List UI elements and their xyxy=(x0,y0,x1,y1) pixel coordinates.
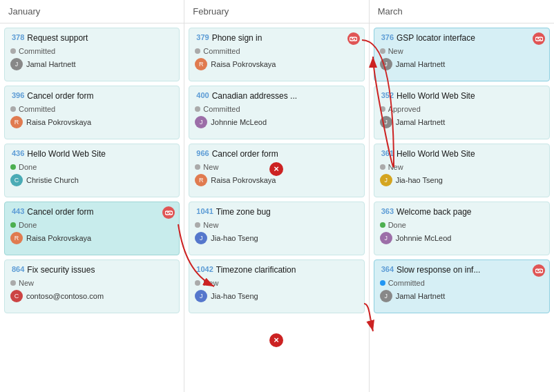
avatar: R xyxy=(10,116,23,128)
card[interactable]: 378 Request supportCommittedJJamal Hartn… xyxy=(4,28,180,81)
avatar: J xyxy=(10,58,23,70)
status-dot xyxy=(380,222,385,228)
card-status-row: New xyxy=(195,221,358,229)
month-col-march: March 376 GSP locator interfaceNewJJamal… xyxy=(370,0,554,392)
avatar: J xyxy=(380,290,392,302)
card-id-icon: 966 xyxy=(195,149,209,157)
status-dot xyxy=(10,48,16,54)
card-assignee-row: JJamal Hartnett xyxy=(10,58,173,70)
card-assignee-row: RRaisa Pokrovskaya xyxy=(10,232,173,244)
link-icon[interactable] xyxy=(347,32,360,45)
avatar: J xyxy=(380,58,392,70)
card-status-row: Done xyxy=(10,163,173,171)
card-title-row: 400 Canadian addresses ... xyxy=(195,91,358,102)
card[interactable]: 379 Phone sign inCommittedRRaisa Pokrovs… xyxy=(189,28,364,81)
card-status-row: Committed xyxy=(195,105,358,113)
month-col-february: February 379 Phone sign inCommittedRRais… xyxy=(184,0,369,392)
card-title: Fix security issues xyxy=(27,265,95,276)
card-id-icon: 1041 xyxy=(195,207,213,215)
card-id-icon: 379 xyxy=(195,33,209,41)
card-id-icon: 1042 xyxy=(195,265,213,273)
card-title: Cancel order form xyxy=(27,91,93,102)
card-title-row: 1042 Timezone clarification xyxy=(195,265,358,276)
card-status-row: Committed xyxy=(380,279,544,287)
month-cards-march: 376 GSP locator interfaceNewJJamal Hartn… xyxy=(370,23,554,392)
card-assignee-row: RRaisa Pokrovskaya xyxy=(10,116,173,128)
card-title-row: 378 Request support xyxy=(10,33,173,44)
card-assignee-row: JJamal Hartnett xyxy=(380,290,544,302)
month-col-january: January 378 Request supportCommittedJJam… xyxy=(0,0,184,392)
avatar: J xyxy=(195,232,207,244)
card[interactable]: 400 Canadian addresses ...CommittedJJohn… xyxy=(189,86,364,139)
card-id-icon: 864 xyxy=(10,265,24,273)
card[interactable]: 443 Cancel order formDoneRRaisa Pokrovsk… xyxy=(4,202,180,255)
card-status-row: Done xyxy=(380,221,544,229)
status-text: New xyxy=(388,47,403,55)
avatar: J xyxy=(195,290,207,302)
card-title-row: 436 Hello World Web Site xyxy=(10,149,173,160)
card-title: Phone sign in xyxy=(212,33,262,44)
month-header-february: February xyxy=(184,0,368,23)
card-assignee-row: JJohnnie McLeod xyxy=(195,116,358,128)
card-id-icon: 378 xyxy=(10,33,24,41)
assignee-name: Jamal Hartnett xyxy=(396,118,446,126)
card-id-icon: 376 xyxy=(380,33,394,41)
card[interactable]: 376 GSP locator interfaceNewJJamal Hartn… xyxy=(374,28,550,81)
card-id-icon: 361 xyxy=(380,149,394,157)
status-text: New xyxy=(388,163,403,171)
month-header-january: January xyxy=(0,0,184,23)
status-text: Committed xyxy=(203,105,240,113)
card-title-row: 364 Slow response on inf... xyxy=(380,265,544,276)
card-status-row: New xyxy=(380,47,544,55)
card-assignee-row: JJia-hao Tseng xyxy=(195,290,358,302)
status-text: New xyxy=(203,279,218,287)
card[interactable]: 436 Hello World Web SiteDoneCChristie Ch… xyxy=(4,144,180,197)
card-assignee-row: RRaisa Pokrovskaya xyxy=(195,58,358,70)
card-title: Request support xyxy=(27,33,88,44)
avatar: C xyxy=(10,174,23,186)
card-assignee-row: Ccontoso@contoso.com xyxy=(10,290,173,302)
month-cards-january: 378 Request supportCommittedJJamal Hartn… xyxy=(0,23,184,392)
card-id-icon: 352 xyxy=(380,91,394,99)
card-assignee-row: JJohnnie McLeod xyxy=(380,232,544,244)
assignee-name: contoso@contoso.com xyxy=(26,292,104,300)
status-dot xyxy=(380,48,385,54)
card[interactable]: 361 Hello World Web SiteNewJJia-hao Tsen… xyxy=(374,144,550,197)
card[interactable]: 396 Cancel order formCommittedRRaisa Pok… xyxy=(4,86,180,139)
card-title-row: 864 Fix security issues xyxy=(10,265,173,276)
card-title: Hello World Web Site xyxy=(397,91,475,102)
assignee-name: Johnnie McLeod xyxy=(396,234,452,242)
assignee-name: Raisa Pokrovskaya xyxy=(26,118,91,126)
card[interactable]: 364 Slow response on inf...CommittedJJam… xyxy=(374,259,550,313)
card-title: Timezone clarification xyxy=(216,265,296,276)
card[interactable]: 864 Fix security issuesNewCcontoso@conto… xyxy=(4,259,180,313)
status-dot xyxy=(380,106,385,112)
avatar: C xyxy=(10,290,23,302)
status-dot xyxy=(380,164,385,170)
card[interactable]: 1042 Timezone clarificationNewJJia-hao T… xyxy=(189,259,364,313)
card[interactable]: 966 Cancel order formNewRRaisa Pokrovska… xyxy=(189,144,364,197)
card-title: Time zone bug xyxy=(216,207,271,218)
avatar: R xyxy=(195,174,207,186)
card-id-icon: 400 xyxy=(195,91,209,99)
status-dot xyxy=(10,106,16,112)
card[interactable]: 1041 Time zone bugNewJJia-hao Tseng xyxy=(189,202,364,255)
card[interactable]: 363 Welcome back pageDoneJJohnnie McLeod xyxy=(374,202,550,255)
assignee-name: Jia-hao Tseng xyxy=(211,292,258,300)
status-dot xyxy=(195,280,200,286)
card-status-row: Committed xyxy=(195,47,358,55)
assignee-name: Jia-hao Tseng xyxy=(211,234,258,242)
status-dot xyxy=(195,164,200,170)
card-title: Welcome back page xyxy=(397,207,472,218)
card-id-icon: 436 xyxy=(10,149,24,157)
card[interactable]: 352 Hello World Web SiteApprovedJJamal H… xyxy=(374,86,550,139)
card-assignee-row: JJia-hao Tseng xyxy=(195,232,358,244)
status-dot xyxy=(10,164,16,170)
card-title-row: 361 Hello World Web Site xyxy=(380,149,544,160)
month-header-march: March xyxy=(370,0,554,23)
link-icon[interactable] xyxy=(533,32,545,45)
link-icon[interactable] xyxy=(533,264,545,277)
card-title-row: 363 Welcome back page xyxy=(380,207,544,218)
card-status-row: Approved xyxy=(380,105,544,113)
card-title-row: 376 GSP locator interface xyxy=(380,33,544,44)
